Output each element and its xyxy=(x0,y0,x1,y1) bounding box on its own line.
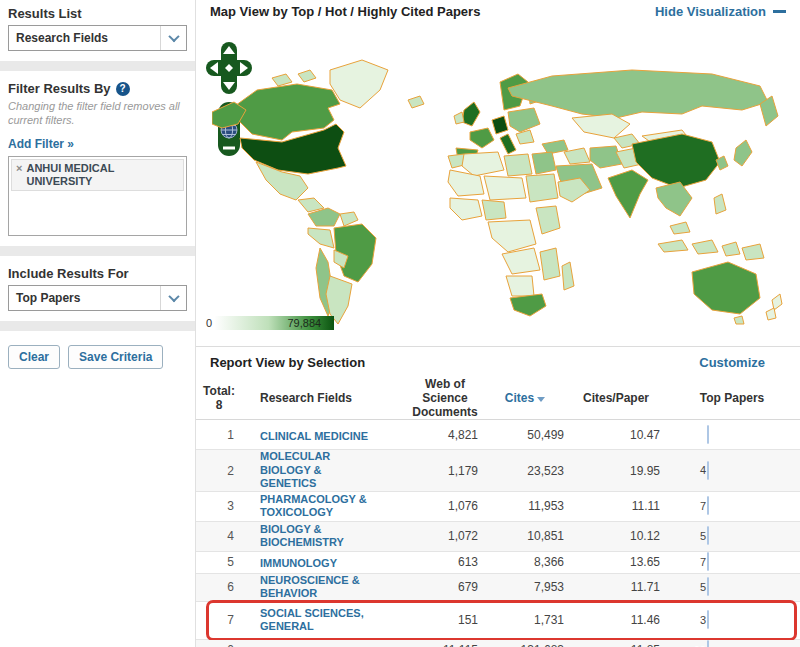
country-india xyxy=(608,170,648,218)
cites-cell: 7,953 xyxy=(482,580,568,594)
research-field-link[interactable]: IMMUNOLOGY xyxy=(260,557,337,570)
table-row: 5 IMMUNOLOGY 613 8,366 13.65 7 xyxy=(196,552,800,574)
top-papers-bar: 7 xyxy=(707,552,709,571)
research-field-link[interactable]: CLINICAL MEDICINE xyxy=(260,430,368,443)
cites-cell: 50,499 xyxy=(482,428,568,442)
top-papers-cell: 5 xyxy=(664,527,800,545)
top-papers-bar: 4 xyxy=(707,461,709,480)
cites-per-paper-cell: 13.65 xyxy=(568,555,664,569)
country-italy xyxy=(500,134,516,154)
documents-cell: 1,076 xyxy=(408,499,482,513)
top-papers-bar: 3 xyxy=(707,610,709,629)
table-body: 1 CLINICAL MEDICINE 4,821 50,499 10.47 4… xyxy=(196,420,800,647)
column-cites-sort[interactable]: Cites xyxy=(482,392,568,406)
field-cell: CLINICAL MEDICINE xyxy=(242,426,408,444)
documents-cell: 11,115 xyxy=(408,643,482,647)
hide-visualization-label: Hide Visualization xyxy=(655,4,766,19)
sidebar-divider xyxy=(0,321,195,331)
top-papers-bar: 5 xyxy=(707,526,709,545)
cites-cell: 8,366 xyxy=(482,555,568,569)
cites-per-paper-cell: 10.47 xyxy=(568,428,664,442)
include-results-heading: Include Results For xyxy=(8,266,187,281)
table-row: 3 PHARMACOLOGY & TOXICOLOGY 1,076 11,953… xyxy=(196,492,800,522)
filter-tag: × ANHUI MEDICAL UNIVERSITY xyxy=(11,159,184,191)
top-papers-cell: 3 xyxy=(664,611,800,629)
field-cell: PHARMACOLOGY & TOXICOLOGY xyxy=(242,493,408,520)
rank-cell: 0 xyxy=(196,643,242,647)
results-list-heading: Results List xyxy=(8,6,187,21)
results-list-value: Research Fields xyxy=(9,31,108,45)
chevron-down-icon xyxy=(168,31,179,42)
research-field-link[interactable]: SOCIAL SCIENCES, GENERAL xyxy=(260,607,380,633)
save-criteria-button[interactable]: Save Criteria xyxy=(68,345,163,369)
cites-per-paper-cell: 11.11 xyxy=(568,499,664,513)
total-count: Total: 8 xyxy=(196,385,242,413)
report-title: Report View by Selection xyxy=(210,355,365,376)
country-russia xyxy=(508,70,768,118)
research-field-link[interactable]: BIOLOGY & BIOCHEMISTRY xyxy=(260,523,380,549)
country-new-zealand xyxy=(772,294,782,310)
cites-cell: 11,953 xyxy=(482,499,568,513)
world-choropleth-map[interactable] xyxy=(212,48,792,333)
rank-cell: 2 xyxy=(196,464,242,478)
field-cell: BIOLOGY & BIOCHEMISTRY xyxy=(242,523,408,550)
documents-cell: 679 xyxy=(408,580,482,594)
top-papers-cell: 7 xyxy=(664,553,800,571)
total-value: 8 xyxy=(196,399,242,413)
filter-note: Changing the filter field removes all cu… xyxy=(8,100,187,128)
country-france xyxy=(470,128,494,148)
dropdown-button[interactable] xyxy=(160,26,186,50)
legend-gradient-bar: 79,884 xyxy=(215,316,334,330)
include-results-value: Top Papers xyxy=(9,291,80,305)
add-filter-link[interactable]: Add Filter » xyxy=(8,137,74,151)
top-papers-bar: 90 xyxy=(707,640,709,647)
top-papers-cell: 7 xyxy=(664,497,800,515)
field-cell: NEUROSCIENCE & BEHAVIOR xyxy=(242,574,408,601)
country-australia xyxy=(692,262,760,314)
documents-cell: 4,821 xyxy=(408,428,482,442)
rank-cell: 4 xyxy=(196,529,242,543)
legend-min-value: 0 xyxy=(206,317,212,329)
sort-down-icon xyxy=(537,397,545,402)
results-list-dropdown[interactable]: Research Fields xyxy=(8,25,187,51)
hide-visualization-link[interactable]: Hide Visualization xyxy=(655,4,786,19)
filter-by-label: Filter Results By xyxy=(8,81,111,96)
table-row: 4 BIOLOGY & BIOCHEMISTRY 1,072 10,851 10… xyxy=(196,522,800,552)
active-filters-box: × ANHUI MEDICAL UNIVERSITY xyxy=(8,156,187,236)
research-field-link[interactable]: PHARMACOLOGY & TOXICOLOGY xyxy=(260,493,380,519)
documents-cell: 613 xyxy=(408,555,482,569)
cites-cell: 23,523 xyxy=(482,464,568,478)
clear-button[interactable]: Clear xyxy=(8,345,60,369)
legend-max-value: 79,884 xyxy=(287,317,321,329)
research-field-link[interactable]: NEUROSCIENCE & BEHAVIOR xyxy=(260,574,380,600)
country-kazakhstan xyxy=(572,114,630,138)
field-cell: MOLECULAR BIOLOGY & GENETICS xyxy=(242,450,408,490)
sidebar-divider xyxy=(0,246,195,256)
country-japan xyxy=(734,140,752,166)
top-papers-cell: 90 xyxy=(664,641,800,647)
customize-link[interactable]: Customize xyxy=(699,355,765,376)
map-legend: 0 79,884 xyxy=(206,316,334,330)
map-header: Map View by Top / Hot / Highly Cited Pap… xyxy=(196,0,800,24)
include-results-dropdown[interactable]: Top Papers xyxy=(8,285,187,311)
top-papers-bar: 7 xyxy=(707,496,709,515)
dropdown-button[interactable] xyxy=(160,286,186,310)
map-title: Map View by Top / Hot / Highly Cited Pap… xyxy=(210,4,480,19)
cites-per-paper-cell: 11.85 xyxy=(568,643,664,647)
research-field-link[interactable]: MOLECULAR BIOLOGY & GENETICS xyxy=(260,450,380,490)
filter-by-heading: Filter Results By ? xyxy=(8,81,187,96)
section-divider xyxy=(196,346,800,347)
minimize-icon xyxy=(773,10,786,13)
top-papers-bar: 5 xyxy=(707,577,709,596)
help-icon[interactable]: ? xyxy=(116,82,130,96)
remove-filter-icon[interactable]: × xyxy=(16,162,22,188)
table-row: 7 SOCIAL SCIENCES, GENERAL 151 1,731 11.… xyxy=(196,602,800,640)
documents-cell: 151 xyxy=(408,613,482,627)
rank-cell: 5 xyxy=(196,555,242,569)
map-visualization: 0 79,884 xyxy=(196,24,800,344)
results-table: Total: 8 Research Fields Web of Science … xyxy=(196,378,800,647)
column-research-fields: Research Fields xyxy=(242,392,408,406)
table-row: 1 CLINICAL MEDICINE 4,821 50,499 10.47 4… xyxy=(196,420,800,450)
report-header: Report View by Selection Customize xyxy=(196,350,800,376)
rank-cell: 6 xyxy=(196,580,242,594)
